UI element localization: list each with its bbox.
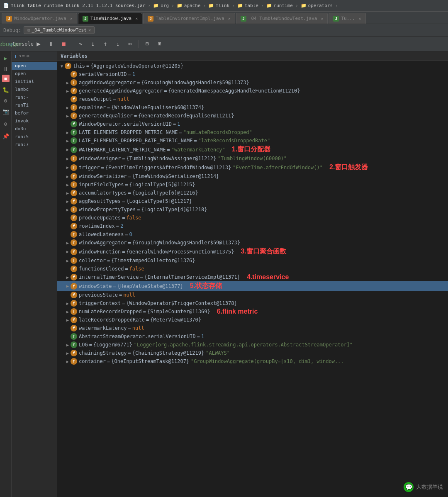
var-row-serialVersionUID[interactable]: f serialVersionUID = 1	[57, 70, 448, 78]
expand-generatedAgg[interactable]: ▶	[65, 89, 71, 93]
expand-this[interactable]: ▼	[59, 64, 65, 68]
var-row-lateRecordsRate[interactable]: ▶ f lateRecordsDroppedRate = {MeterView@…	[57, 316, 448, 324]
tab-window-operator[interactable]: J WindowOperator.java ✕	[2, 13, 77, 24]
run-cursor-btn[interactable]: ⌦	[124, 38, 136, 50]
var-row-produceUpdates[interactable]: f produceUpdates = false	[57, 214, 448, 222]
var-row-accumulatorTypes[interactable]: ▶ f accumulatorTypes = {LogicalType[6]@1…	[57, 189, 448, 197]
expand-aggResultTypes[interactable]: ▶	[65, 199, 71, 204]
sidebar-btn-gear[interactable]: ⚙	[1, 119, 11, 129]
tab-time-window[interactable]: J TimeWindow.java ✕	[78, 13, 142, 24]
var-row-windowAssigner[interactable]: ▶ f windowAssigner = {TumblingWindowAssi…	[57, 154, 448, 163]
step-into-btn[interactable]: ↓	[87, 38, 99, 50]
var-row-this[interactable]: ▼ f this = {AggregateWindowOperator@1120…	[57, 62, 448, 70]
expand-late-rate[interactable]: ▶	[65, 139, 71, 143]
expand-collector[interactable]: ▶	[65, 258, 71, 263]
sidebar-btn-pause[interactable]: ⏸	[1, 64, 11, 74]
expand-inputFieldTypes[interactable]: ▶	[65, 183, 71, 187]
resume-btn[interactable]: ▶	[33, 38, 44, 50]
frame-item-invok[interactable]: invok	[12, 117, 57, 125]
expand-lateRecordsRate[interactable]: ▶	[65, 318, 71, 322]
expand-windowAssigner[interactable]: ▶	[65, 156, 71, 161]
frame-item-lambc[interactable]: lambc	[12, 85, 57, 93]
var-row-generatedAgg[interactable]: ▶ f generatedAggWindowAggregator = {Gene…	[57, 87, 448, 95]
close-tab-5[interactable]: ✕	[359, 16, 361, 21]
expand-windowAggregator[interactable]: ▶	[65, 241, 71, 245]
var-row-windowSerializer[interactable]: ▶ f windowSerializer = {TimeWindow$Seria…	[57, 172, 448, 180]
expand-container[interactable]: ▶	[65, 359, 71, 364]
expand-triggerContext[interactable]: ▶	[65, 301, 71, 306]
frame-item-open[interactable]: open	[12, 70, 57, 78]
var-row-watermarkLatency[interactable]: f watermarkLatency = null	[57, 324, 448, 332]
var-row-internalTimerService[interactable]: ▶ f internalTimerService = {InternalTime…	[57, 273, 448, 281]
var-row-late-rate[interactable]: ▶ f LATE_ELEMENTS_DROPPED_RATE_METRIC_NA…	[57, 136, 448, 145]
var-row-windowop-svuid[interactable]: f WindowOperator.serialVersionUID = 1	[57, 120, 448, 128]
var-row-windowFunction[interactable]: ▶ f windowFunction = {GeneralWindowProce…	[57, 247, 448, 256]
expand-internalTimerService[interactable]: ▶	[65, 275, 71, 280]
force-step-btn[interactable]: ⇣	[112, 38, 124, 50]
sidebar-btn-settings[interactable]: ⚙	[1, 95, 11, 105]
var-row-windowState[interactable]: ▶ f windowState = {HeapValueState@11377}…	[57, 281, 448, 291]
var-row-abstract-svuid[interactable]: f AbstractStreamOperator.serialVersionUI…	[57, 332, 448, 341]
expand-windowPropertyTypes[interactable]: ▶	[65, 207, 71, 212]
close-tab-1[interactable]: ✕	[70, 16, 73, 21]
expand-log[interactable]: ▶	[65, 343, 71, 347]
frames-view-btn[interactable]: ⊟	[141, 38, 153, 50]
sidebar-btn-play[interactable]: ▶	[1, 53, 11, 63]
var-row-trigger[interactable]: ▶ f trigger = {EventTimeTriggers$AfterEn…	[57, 163, 448, 172]
frame-item-initial[interactable]: initial	[12, 78, 57, 85]
var-row-watermark-latency[interactable]: ▶ f WATERMARK_LATENCY_METRIC_NAME = "wat…	[57, 145, 448, 154]
console-tab[interactable]: ⊞ Console	[16, 38, 27, 50]
var-row-equaliser[interactable]: ▶ f equaliser = {WindowValueEqualiser$60…	[57, 103, 448, 112]
watches-btn[interactable]: ⊞	[154, 38, 166, 50]
var-row-container[interactable]: ▶ f container = {OneInputStreamTask@1120…	[57, 357, 448, 365]
frame-item-doru[interactable]: doRu	[12, 125, 57, 133]
frames-filter-icon[interactable]: ▾≡	[19, 53, 24, 59]
var-row-previousState[interactable]: f previousState = null	[57, 291, 448, 299]
sidebar-btn-pin[interactable]: 📌	[1, 131, 11, 141]
var-row-functionsClosed[interactable]: f functionsClosed = false	[57, 265, 448, 273]
debug-session[interactable]: ⊞ _04_TumbleWindowTest ✕	[24, 26, 95, 34]
expand-accumulatorTypes[interactable]: ▶	[65, 191, 71, 195]
frame-item-runti[interactable]: runTi	[12, 101, 57, 109]
expand-windowSerializer[interactable]: ▶	[65, 174, 71, 179]
var-row-collector[interactable]: ▶ f collector = {TimestampedCollector@11…	[57, 256, 448, 265]
close-tab-4[interactable]: ✕	[321, 16, 323, 21]
var-row-inputFieldTypes[interactable]: ▶ f inputFieldTypes = {LogicalType[5]@11…	[57, 180, 448, 189]
var-row-allowedLateness[interactable]: f allowedLateness = 0	[57, 230, 448, 239]
step-over-btn[interactable]: ↷	[75, 38, 86, 50]
expand-generatedEqualiser[interactable]: ▶	[65, 114, 71, 118]
var-row-windowPropertyTypes[interactable]: ▶ f windowPropertyTypes = {LogicalType[4…	[57, 205, 448, 214]
var-row-log[interactable]: ▶ f LOG = {Logger@6771} "Logger[org.apac…	[57, 341, 448, 349]
close-tab-3[interactable]: ✕	[228, 16, 231, 21]
var-row-numLateRecords[interactable]: ▶ f numLateRecordsDropped = {SimpleCount…	[57, 307, 448, 316]
expand-windowFunction[interactable]: ▶	[65, 249, 71, 254]
var-row-reuseOutput[interactable]: f reuseOutput = null	[57, 95, 448, 103]
step-out-btn[interactable]: ↑	[100, 38, 111, 50]
expand-chainingStrategy[interactable]: ▶	[65, 351, 71, 356]
var-row-late-elements[interactable]: ▶ f LATE_ELEMENTS_DROPPED_METRIC_NAME = …	[57, 128, 448, 136]
expand-aggWindowAgg[interactable]: ▶	[65, 80, 71, 85]
expand-windowState[interactable]: ▶	[65, 284, 71, 288]
var-row-windowAggregator[interactable]: ▶ f windowAggregator = {GroupingWindowAg…	[57, 239, 448, 247]
debug-session-close[interactable]: ✕	[88, 27, 91, 33]
var-row-chainingStrategy[interactable]: ▶ f chainingStrategy = {ChainingStrategy…	[57, 349, 448, 357]
expand-numLateRecords[interactable]: ▶	[65, 309, 71, 314]
var-row-generatedEqualiser[interactable]: ▶ f generatedEqualiser = {GeneratedRecor…	[57, 112, 448, 120]
close-tab-2[interactable]: ✕	[135, 16, 138, 21]
expand-watermark[interactable]: ▶	[65, 147, 71, 152]
frame-item-run-dash[interactable]: run:-	[12, 93, 57, 101]
expand-late-elements[interactable]: ▶	[65, 130, 71, 135]
frame-item-befor[interactable]: befor	[12, 109, 57, 117]
sidebar-btn-debug[interactable]: 🐛	[1, 85, 11, 95]
frame-item-open-active[interactable]: open	[12, 62, 57, 70]
var-row-triggerContext[interactable]: ▶ f triggerContext = {WindowOperator$Tri…	[57, 299, 448, 307]
tab-table-env[interactable]: J TableEnvironmentImpl.java ✕	[143, 13, 235, 24]
var-row-rowtimeIndex[interactable]: f rowtimeIndex = 2	[57, 222, 448, 230]
sidebar-btn-stop[interactable]: ■	[2, 75, 10, 82]
frames-close-icon[interactable]: ⊗	[27, 53, 29, 59]
pause-btn[interactable]: ⏸	[45, 38, 57, 50]
var-row-aggWindowAggregator[interactable]: ▶ f aggWindowAggregator = {GroupingWindo…	[57, 78, 448, 87]
tab-tumble-test[interactable]: J _04_TumbleWindowTest.java ✕	[236, 13, 328, 24]
expand-equaliser[interactable]: ▶	[65, 105, 71, 110]
expand-trigger[interactable]: ▶	[65, 165, 71, 170]
